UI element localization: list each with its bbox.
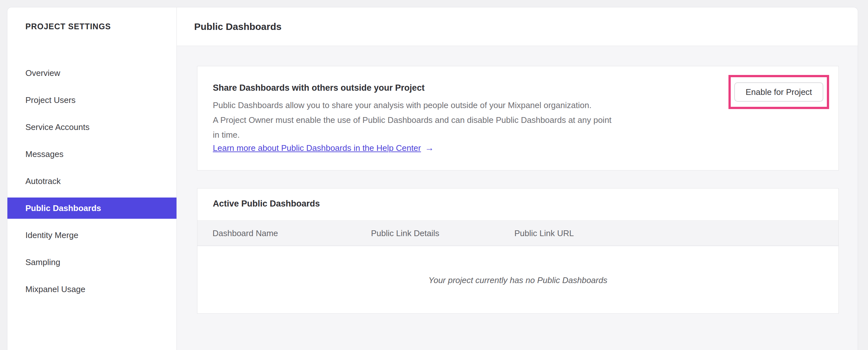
share-card-description: Public Dashboards allow you to share you… bbox=[213, 98, 612, 142]
highlight-annotation-box: Enable for Project bbox=[728, 75, 829, 109]
help-center-link[interactable]: Learn more about Public Dashboards in th… bbox=[213, 143, 421, 153]
sidebar-item-label: Autotrack bbox=[25, 176, 61, 186]
app-panel: PROJECT SETTINGS Overview Project Users … bbox=[7, 7, 858, 350]
sidebar-item-label: Identity Merge bbox=[25, 230, 79, 240]
sidebar-item-label: Project Users bbox=[25, 95, 75, 105]
content-area: Share Dashboards with others outside you… bbox=[177, 46, 858, 350]
sidebar-item-label: Mixpanel Usage bbox=[25, 284, 85, 294]
sidebar-item-label: Sampling bbox=[25, 257, 60, 267]
column-header-dashboard-name: Dashboard Name bbox=[213, 221, 278, 246]
sidebar-item-identity-merge[interactable]: Identity Merge bbox=[7, 222, 177, 249]
empty-state-message: Your project currently has no Public Das… bbox=[197, 275, 838, 285]
sidebar-item-sampling[interactable]: Sampling bbox=[7, 249, 177, 276]
share-dashboards-card: Share Dashboards with others outside you… bbox=[197, 66, 839, 171]
page-header: Public Dashboards bbox=[177, 7, 858, 46]
sidebar-item-messages[interactable]: Messages bbox=[7, 141, 177, 168]
sidebar-item-mixpanel-usage[interactable]: Mixpanel Usage bbox=[7, 276, 177, 303]
sidebar-item-overview[interactable]: Overview bbox=[7, 59, 177, 87]
page-title: Public Dashboards bbox=[194, 21, 282, 32]
sidebar-item-label: Messages bbox=[25, 149, 64, 159]
help-center-link-row: Learn more about Public Dashboards in th… bbox=[213, 143, 434, 153]
sidebar-item-public-dashboards[interactable]: Public Dashboards bbox=[7, 198, 177, 219]
dashboards-table-header: Dashboard Name Public Link Details Publi… bbox=[197, 221, 838, 246]
share-card-heading: Share Dashboards with others outside you… bbox=[213, 83, 425, 93]
description-line: A Project Owner must enable the use of P… bbox=[213, 113, 612, 127]
sidebar-item-service-accounts[interactable]: Service Accounts bbox=[7, 114, 177, 141]
sidebar-item-label: Public Dashboards bbox=[25, 203, 101, 213]
active-public-dashboards-card: Active Public Dashboards Dashboard Name … bbox=[197, 188, 839, 314]
sidebar-items: Overview Project Users Service Accounts … bbox=[7, 59, 177, 303]
arrow-right-icon: → bbox=[425, 143, 434, 153]
column-header-public-link-url: Public Link URL bbox=[515, 221, 574, 246]
sidebar-item-project-users[interactable]: Project Users bbox=[7, 87, 177, 114]
sidebar-title: PROJECT SETTINGS bbox=[25, 22, 177, 31]
description-line: in time. bbox=[213, 127, 612, 142]
sidebar-item-label: Overview bbox=[25, 68, 60, 78]
description-line: Public Dashboards allow you to share you… bbox=[213, 98, 612, 113]
enable-for-project-button[interactable]: Enable for Project bbox=[734, 82, 823, 101]
sidebar-item-label: Service Accounts bbox=[25, 122, 89, 132]
sidebar-item-autotrack[interactable]: Autotrack bbox=[7, 168, 177, 195]
main-column: Public Dashboards Share Dashboards with … bbox=[177, 7, 858, 350]
project-settings-sidebar: PROJECT SETTINGS Overview Project Users … bbox=[7, 7, 177, 350]
column-header-public-link-details: Public Link Details bbox=[371, 221, 439, 246]
active-card-heading: Active Public Dashboards bbox=[213, 199, 320, 209]
